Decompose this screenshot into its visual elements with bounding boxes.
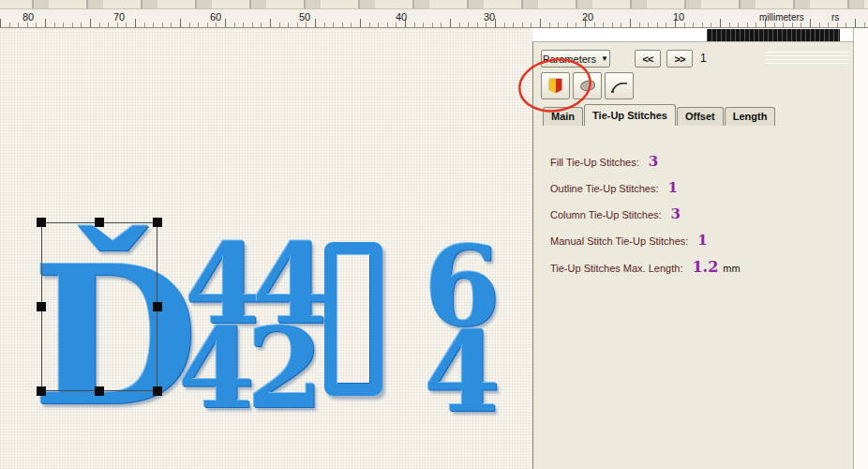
ruler-tick-label: 40 (396, 11, 407, 23)
field-column-tie-up: Column Tie-Up Stitches: 3 (550, 205, 741, 221)
curve-icon (610, 79, 629, 94)
parameters-button-label: Parameters (543, 53, 596, 65)
field-label: Tie-Up Stitches Max. Length: (550, 263, 682, 274)
embroidery-digit[interactable]: 4 (424, 317, 501, 428)
ruler-tick-label: 20 (582, 11, 593, 23)
next-button-label: >> (675, 53, 685, 65)
ruler-tick-label: 30 (484, 11, 495, 23)
curve-tool-button[interactable] (605, 72, 634, 99)
selection-handle-bottom-right[interactable] (153, 386, 162, 396)
parameters-panel: Parameters ▼ << >> 1 Main Tie-Up Stitche… (532, 41, 853, 469)
selection-handle-bottom-middle[interactable] (95, 386, 104, 396)
field-value: 3 (649, 153, 658, 170)
field-value: 3 (671, 205, 681, 222)
top-toolbar[interactable] (0, 0, 868, 9)
embroidery-digit[interactable]: 4 (178, 313, 255, 424)
selection-box (41, 222, 157, 391)
field-fill-tie-up: Fill Tie-Up Stitches: 3 (550, 153, 741, 169)
shield-icon (549, 79, 562, 94)
previous-button-label: << (643, 53, 653, 65)
tab-offset[interactable]: Offset (677, 107, 724, 126)
ruler-tick-label: 10 (673, 11, 684, 23)
field-max-length: Tie-Up Stitches Max. Length: 1.2 mm (550, 258, 741, 274)
field-label: Outline Tie-Up Stitches: (550, 183, 659, 194)
field-value: 1 (668, 179, 678, 196)
field-label: Manual Stitch Tie-Up Stitches: (550, 235, 688, 247)
ruler-tick-label: 70 (113, 11, 125, 23)
selection-handle-top-middle[interactable] (95, 218, 104, 227)
page-indicator: 1 (700, 52, 707, 65)
horizontal-ruler: 80 70 60 50 40 30 20 10 millimeters rs (0, 9, 868, 28)
embroidery-rectangle-outline[interactable] (324, 242, 382, 396)
chevron-down-icon: ▼ (601, 54, 608, 63)
parameters-dropdown-button[interactable]: Parameters ▼ (541, 50, 610, 68)
selection-handle-middle-left[interactable] (37, 302, 46, 311)
stitch-shape-tool-button[interactable] (573, 72, 602, 99)
field-outline-tie-up: Outline Tie-Up Stitches: 1 (550, 179, 741, 195)
panel-grip-lines (766, 52, 848, 67)
selection-handle-bottom-left[interactable] (37, 386, 46, 396)
panel-tabs: Main Tie-Up Stitches Offset Length (543, 104, 776, 126)
tie-up-stitches-tool-button[interactable] (541, 72, 570, 99)
vertical-scrollbar[interactable] (853, 28, 868, 469)
ruler-unit-label: millimeters (759, 12, 804, 23)
selection-handle-middle-right[interactable] (153, 302, 162, 311)
ruler-tick-label: 50 (299, 11, 310, 23)
previous-button[interactable]: << (635, 50, 661, 68)
selection-handle-top-left[interactable] (37, 218, 46, 227)
tab-main[interactable]: Main (543, 107, 583, 126)
field-label: Column Tie-Up Stitches: (550, 209, 662, 220)
next-button[interactable]: >> (666, 50, 693, 68)
embroidery-digit[interactable]: 2 (247, 313, 323, 424)
docked-dark-bar (707, 29, 840, 41)
tab-length[interactable]: Length (725, 107, 776, 126)
design-canvas[interactable]: Ď 4 4 4 2 6 4 (0, 28, 532, 469)
tie-up-parameters: Fill Tie-Up Stitches: 3 Outline Tie-Up S… (550, 153, 741, 284)
field-manual-stitch-tie-up: Manual Stitch Tie-Up Stitches: 1 (550, 232, 741, 248)
field-unit: mm (723, 263, 740, 274)
stitch-blob-icon (578, 79, 595, 93)
ruler-tick-label: 80 (22, 11, 34, 23)
field-value: 1.2 (692, 258, 718, 276)
ruler-corner-label: rs (831, 12, 839, 23)
ruler-tick-label: 60 (210, 11, 221, 23)
field-value: 1 (697, 232, 707, 249)
field-label: Fill Tie-Up Stitches: (550, 157, 639, 168)
selection-handle-top-right[interactable] (153, 218, 162, 227)
tab-tie-up-stitches[interactable]: Tie-Up Stitches (584, 104, 676, 126)
